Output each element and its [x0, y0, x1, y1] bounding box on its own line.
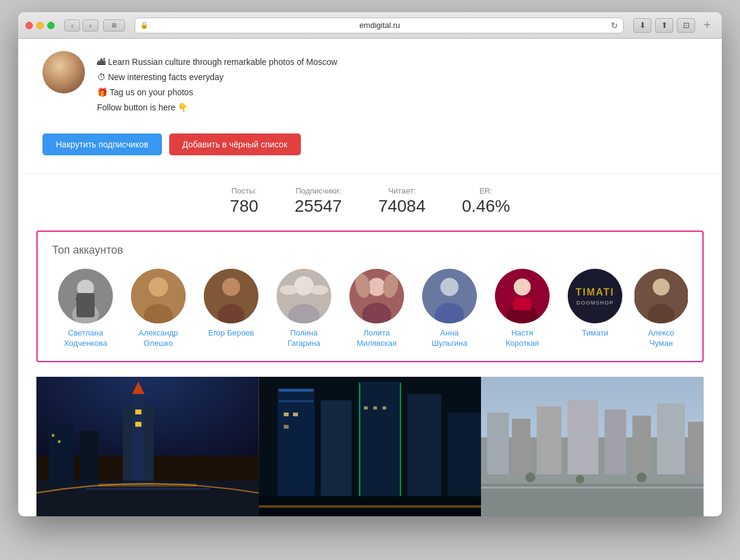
avatar-svg-egor: [204, 269, 258, 323]
fullscreen-button[interactable]: ⊡: [677, 18, 695, 33]
profile-header: 🏙 Learn Russian culture through remarkab…: [42, 51, 337, 114]
svg-rect-34: [79, 431, 98, 487]
name-svetlana: Светлана Ходченкова: [64, 328, 107, 349]
avatar-image: [42, 51, 85, 93]
name-polina: Полина Гагарина: [288, 328, 320, 349]
svg-rect-53: [278, 389, 313, 391]
avatar-aleksandr: [131, 269, 186, 323]
refresh-button[interactable]: ↻: [611, 21, 618, 30]
svg-point-6: [149, 277, 168, 297]
photo-moscow-night[interactable]: [36, 377, 259, 516]
avatar-alexei: [634, 269, 688, 323]
svg-rect-33: [49, 425, 73, 487]
svg-rect-67: [537, 407, 562, 474]
traffic-lights: [25, 22, 55, 29]
account-polina[interactable]: Полина Гагарина: [271, 269, 337, 349]
account-aleksandr[interactable]: Александр Олешко: [125, 269, 192, 349]
svg-rect-70: [633, 416, 651, 474]
address-bar[interactable]: 🔒 emdigital.ru ↻: [135, 18, 624, 33]
svg-rect-41: [58, 440, 61, 443]
new-tab-button[interactable]: +: [700, 18, 715, 33]
svg-rect-74: [481, 487, 704, 488]
profile-avatar: [42, 51, 85, 93]
photo-city-night[interactable]: [259, 377, 482, 516]
svg-rect-55: [283, 413, 288, 416]
account-alexei[interactable]: Алексо Чуман: [634, 269, 688, 349]
name-lolita: Лолита Милявская: [357, 328, 397, 349]
stat-posts: Посты: 780: [230, 186, 258, 216]
svg-rect-57: [283, 425, 288, 428]
photo-city-svg: [259, 377, 482, 516]
top-accounts-title: Топ аккаунтов: [52, 244, 688, 257]
svg-rect-36: [132, 394, 144, 487]
minimize-button[interactable]: [36, 22, 44, 29]
photos-grid: [36, 377, 704, 516]
er-value: 0.46%: [462, 197, 510, 216]
bio-line-1: 🏙 Learn Russian culture through remarkab…: [97, 56, 337, 69]
posts-label: Посты:: [231, 186, 257, 195]
photo-moscow-svg: [36, 377, 259, 516]
top-accounts-section: Топ аккаунтов: [36, 231, 704, 362]
account-egor[interactable]: Егор Бероев: [198, 269, 264, 349]
share-button[interactable]: ⬆: [655, 18, 673, 33]
stat-reading: Читает: 74084: [378, 186, 426, 216]
avatar-svg-svetlana: [58, 269, 113, 323]
account-anna[interactable]: Анна Шульгина: [416, 269, 483, 349]
svg-point-25: [514, 278, 531, 295]
forward-button[interactable]: ›: [82, 19, 98, 32]
profile-bio: 🏙 Learn Russian culture through remarkab…: [97, 51, 337, 114]
browser-actions: ⬇ ⬆ ⊡: [633, 18, 695, 33]
timati-logo-text: TIMATI: [576, 286, 614, 298]
svg-point-15: [310, 285, 328, 295]
name-nastya: Настя Короткая: [505, 328, 539, 349]
svg-point-77: [637, 473, 647, 482]
close-button[interactable]: [25, 22, 33, 29]
tab-view-button[interactable]: ⊞: [103, 19, 125, 32]
svg-rect-40: [52, 434, 54, 436]
svg-rect-69: [605, 410, 627, 474]
account-timati[interactable]: TIMATI DOOMSHOP Тимати: [562, 269, 628, 349]
action-buttons: Накрутить подписчиков Добавить в чёрный …: [42, 133, 301, 155]
bio-line-1-text: 🏙 Learn Russian culture through remarkab…: [97, 57, 337, 67]
accounts-grid: Светлана Ходченкова: [52, 269, 688, 349]
share-icon: ⬆: [661, 21, 668, 30]
avatar-polina: [277, 269, 331, 323]
svg-point-75: [526, 473, 536, 482]
account-nastya[interactable]: Настя Короткая: [489, 269, 556, 349]
svg-point-1: [77, 280, 94, 297]
svg-rect-66: [512, 419, 531, 474]
svg-rect-72: [688, 422, 704, 474]
browser-titlebar: ‹ › ⊞ 🔒 emdigital.ru ↻ ⬇ ⬆ ⊡ +: [18, 12, 722, 39]
timati-logo-sub: DOOMSHOP: [576, 300, 614, 306]
name-alexei: Алексо Чуман: [648, 328, 674, 349]
er-label: ER:: [479, 186, 493, 195]
back-button[interactable]: ‹: [64, 19, 80, 32]
svg-rect-4: [76, 295, 81, 303]
svg-rect-62: [259, 505, 482, 508]
reading-value: 74084: [378, 197, 426, 216]
svg-rect-71: [658, 403, 685, 474]
page-content: 🏙 Learn Russian culture through remarkab…: [18, 39, 722, 516]
svg-point-12: [294, 276, 314, 295]
photo-city-day-svg: [481, 377, 704, 516]
stats-section: Посты: 780 Подписчики: 25547 Читает: 740…: [18, 174, 722, 231]
svg-rect-58: [364, 407, 368, 410]
boost-button[interactable]: Накрутить подписчиков: [42, 133, 162, 155]
reading-label: Читает:: [388, 186, 415, 195]
lock-icon: 🔒: [140, 21, 149, 29]
svg-rect-38: [135, 410, 141, 414]
avatar-nastya: [495, 269, 550, 323]
svg-rect-27: [513, 298, 531, 310]
account-lolita[interactable]: Лолита Милявская: [343, 269, 410, 349]
photo-city-day[interactable]: [481, 377, 704, 516]
avatar-svg-lolita: [349, 269, 404, 323]
svg-point-76: [576, 475, 584, 484]
blacklist-button[interactable]: Добавить в чёрный список: [169, 133, 301, 155]
subscribers-label: Подписчики:: [295, 186, 341, 195]
account-svetlana[interactable]: Светлана Ходченкова: [52, 269, 119, 349]
download-button[interactable]: ⬇: [633, 18, 651, 33]
svg-point-17: [368, 278, 386, 296]
accounts-wrapper: Светлана Ходченкова: [52, 269, 688, 349]
maximize-button[interactable]: [47, 22, 55, 29]
bio-line-4-text: Follow button is here 👇: [97, 103, 188, 112]
